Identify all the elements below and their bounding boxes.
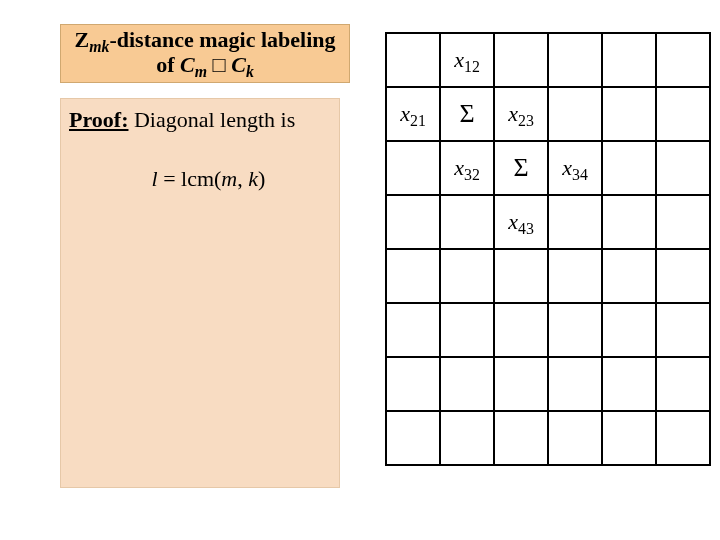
proof-indent: [91, 166, 152, 191]
grid-cell: [494, 411, 548, 465]
grid-cell-x32: x32: [440, 141, 494, 195]
grid-cell: [602, 195, 656, 249]
title-z: Z: [74, 27, 89, 52]
proof-box: Proof: Diagonal length is l = lcm(m, k): [60, 98, 340, 488]
grid-cell-x12: x12: [440, 33, 494, 87]
grid-cell-sigma: Σ: [440, 87, 494, 141]
grid-cell: [602, 87, 656, 141]
grid-cell: [386, 141, 440, 195]
sigma-icon: Σ: [459, 99, 474, 128]
grid-cell: [440, 303, 494, 357]
x-var: x: [400, 101, 410, 126]
grid-row: [386, 249, 710, 303]
x-var: x: [454, 47, 464, 72]
title-of: of: [156, 52, 180, 77]
grid-cell: [386, 249, 440, 303]
grid-cell: [386, 357, 440, 411]
title-line-2: of Cm □ Ck: [65, 52, 345, 77]
grid-cell: [602, 249, 656, 303]
proof-k: k: [248, 166, 258, 191]
label-grid: x12 x21 Σ x23 x32 Σ x34 x43: [385, 32, 711, 466]
grid-cell: [386, 33, 440, 87]
grid-cell: [548, 411, 602, 465]
grid-cell-x34: x34: [548, 141, 602, 195]
title-cm-sub: m: [195, 64, 207, 81]
grid-cell: [656, 141, 710, 195]
proof-label: Proof:: [69, 107, 128, 132]
grid-cell: [602, 33, 656, 87]
grid-cell: [656, 249, 710, 303]
grid-cell: [602, 141, 656, 195]
x-var: x: [562, 155, 572, 180]
proof-close: ): [258, 166, 265, 191]
grid-cell: [548, 195, 602, 249]
title-line-1: Zmk-distance magic labeling: [65, 27, 345, 52]
title-ck-sub: k: [246, 64, 254, 81]
proof-m: m: [221, 166, 237, 191]
grid-cell: [656, 33, 710, 87]
title-cm-var: C: [180, 52, 195, 77]
grid-row: x12: [386, 33, 710, 87]
grid-cell: [386, 195, 440, 249]
x-var: x: [508, 209, 518, 234]
title-ck-var: C: [231, 52, 246, 77]
title-post: -distance magic labeling: [109, 27, 335, 52]
grid-row: x43: [386, 195, 710, 249]
sigma-icon: Σ: [513, 153, 528, 182]
grid-cell: [386, 411, 440, 465]
grid-cell: [656, 87, 710, 141]
grid-cell: [548, 357, 602, 411]
grid-cell: [602, 357, 656, 411]
x-sub: 23: [518, 112, 534, 129]
proof-text-1: Diagonal length is: [128, 107, 295, 132]
proof-line-1: Proof: Diagonal length is: [69, 105, 331, 135]
grid-cell-x21: x21: [386, 87, 440, 141]
grid-cell: [494, 249, 548, 303]
grid-cell: [494, 357, 548, 411]
grid-cell-x43: x43: [494, 195, 548, 249]
grid-cell: [548, 303, 602, 357]
proof-line-2: l = lcm(m, k): [69, 135, 331, 224]
proof-comma: ,: [237, 166, 248, 191]
x-var: x: [508, 101, 518, 126]
grid-cell: [656, 195, 710, 249]
x-sub: 43: [518, 220, 534, 237]
x-sub: 12: [464, 58, 480, 75]
grid-cell: [494, 33, 548, 87]
title-op: □: [207, 52, 231, 77]
grid-cell-x23: x23: [494, 87, 548, 141]
x-sub: 32: [464, 166, 480, 183]
grid-cell: [656, 357, 710, 411]
grid-row: [386, 357, 710, 411]
grid-cell: [602, 411, 656, 465]
grid-cell: [440, 357, 494, 411]
grid-row: [386, 411, 710, 465]
x-sub: 34: [572, 166, 588, 183]
proof-eq-lcm: = lcm(: [158, 166, 222, 191]
grid-cell: [602, 303, 656, 357]
grid-row: [386, 303, 710, 357]
grid-cell: [494, 303, 548, 357]
grid-cell: [656, 411, 710, 465]
slide-title: Zmk-distance magic labeling of Cm □ Ck: [60, 24, 350, 83]
grid-cell: [548, 249, 602, 303]
x-sub: 21: [410, 112, 426, 129]
grid-cell-sigma: Σ: [494, 141, 548, 195]
grid-row: x32 Σ x34: [386, 141, 710, 195]
grid-row: x21 Σ x23: [386, 87, 710, 141]
grid-cell: [548, 33, 602, 87]
grid-cell: [440, 411, 494, 465]
title-z-sub: mk: [89, 38, 109, 55]
x-var: x: [454, 155, 464, 180]
grid-cell: [656, 303, 710, 357]
grid-cell: [440, 249, 494, 303]
grid-cell: [548, 87, 602, 141]
grid-cell: [386, 303, 440, 357]
grid-cell: [440, 195, 494, 249]
